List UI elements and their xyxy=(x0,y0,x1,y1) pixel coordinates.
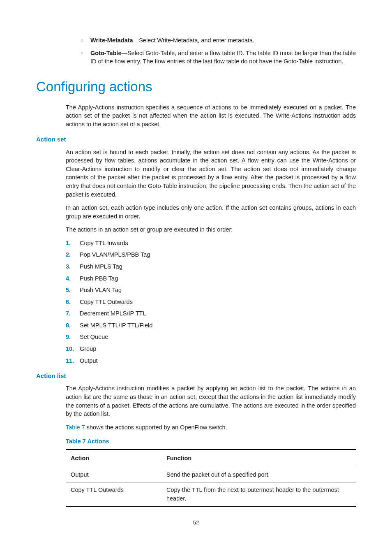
list-number: 2. xyxy=(66,250,80,259)
circle-bullet-icon: ○ xyxy=(81,36,90,45)
list-number: 1. xyxy=(66,239,80,248)
list-text: Pop VLAN/MPLS/PBB Tag xyxy=(80,250,150,259)
list-item: 9.Set Queue xyxy=(66,333,356,341)
list-item: 5.Push VLAN Tag xyxy=(66,286,356,294)
cell-action: Output xyxy=(66,467,161,482)
description: —Select Goto-Table, and enter a flow tab… xyxy=(90,50,356,65)
list-text: Group xyxy=(80,345,96,353)
term: Write-Metadata xyxy=(90,37,133,44)
list-number: 11. xyxy=(66,357,80,365)
table-row: Output Send the packet out of a specifie… xyxy=(66,467,356,482)
list-item: 4.Push PBB Tag xyxy=(66,274,356,283)
circle-bullet-icon: ○ xyxy=(81,49,90,66)
list-item: 10.Group xyxy=(66,345,356,353)
list-item: 8.Set MPLS TTL/IP TTL/Field xyxy=(66,321,356,330)
list-number: 10. xyxy=(66,345,80,353)
term: Goto-Table xyxy=(90,50,121,56)
list-item: 7.Decrement MPLS/IP TTL xyxy=(66,309,356,318)
list-text: Output xyxy=(80,357,98,365)
list-number: 6. xyxy=(66,298,80,306)
list-item: 11.Output xyxy=(66,357,356,365)
paragraph: The Apply-Actions instruction modifies a… xyxy=(66,384,356,418)
cell-function: Send the packet out of a specified port. xyxy=(161,467,356,482)
list-text: Push VLAN Tag xyxy=(80,286,122,294)
list-item: ○ Goto-Table—Select Goto-Table, and ente… xyxy=(81,49,356,66)
actions-table: Action Function Output Send the packet o… xyxy=(66,449,356,507)
list-number: 5. xyxy=(66,286,80,294)
section-heading: Configuring actions xyxy=(36,77,356,97)
list-item: ○ Write-Metadata—Select Write-Metadata, … xyxy=(81,36,356,45)
subsection-heading-action-list: Action list xyxy=(36,371,356,380)
table-reference-link[interactable]: Table 7 xyxy=(66,424,85,431)
column-header-action: Action xyxy=(66,450,161,467)
list-item: 6.Copy TTL Outwards xyxy=(66,298,356,306)
paragraph: Table 7 shows the actions supported by a… xyxy=(66,423,356,432)
list-text: Decrement MPLS/IP TTL xyxy=(80,309,146,318)
list-number: 3. xyxy=(66,262,80,271)
paragraph: The actions in an action set or group ar… xyxy=(66,225,356,234)
list-number: 8. xyxy=(66,321,80,330)
cell-function: Copy the TTL from the next-to-outermost … xyxy=(161,482,356,507)
list-number: 7. xyxy=(66,309,80,318)
column-header-function: Function xyxy=(161,450,356,467)
list-number: 9. xyxy=(66,333,80,341)
list-item: 3.Push MPLS Tag xyxy=(66,262,356,271)
list-text: Set Queue xyxy=(80,333,108,341)
list-text: Copy TTL Inwards xyxy=(80,239,128,248)
instruction-sublist: ○ Write-Metadata—Select Write-Metadata, … xyxy=(81,36,356,66)
paragraph: In an action set, each action type inclu… xyxy=(66,204,356,220)
list-text: Push PBB Tag xyxy=(80,274,118,283)
list-number: 4. xyxy=(66,274,80,283)
list-text: Copy TTL Outwards xyxy=(80,298,133,306)
page-number: 52 xyxy=(36,519,356,526)
text: shows the actions supported by an OpenFl… xyxy=(85,424,227,431)
table-row: Copy TTL Outwards Copy the TTL from the … xyxy=(66,482,356,507)
list-item: 1.Copy TTL Inwards xyxy=(66,239,356,248)
ordered-list: 1.Copy TTL Inwards 2.Pop VLAN/MPLS/PBB T… xyxy=(66,239,356,365)
list-text: Push MPLS Tag xyxy=(80,262,122,271)
paragraph: An action set is bound to each packet. I… xyxy=(66,148,356,199)
table-caption: Table 7 Actions xyxy=(66,437,356,446)
cell-action: Copy TTL Outwards xyxy=(66,482,161,507)
description: —Select Write-Metadata, and enter metada… xyxy=(133,37,255,44)
subsection-heading-action-set: Action set xyxy=(36,135,356,144)
intro-paragraph: The Apply-Actions instruction specifies … xyxy=(66,103,356,129)
list-item: 2.Pop VLAN/MPLS/PBB Tag xyxy=(66,250,356,259)
list-text: Set MPLS TTL/IP TTL/Field xyxy=(80,321,152,330)
